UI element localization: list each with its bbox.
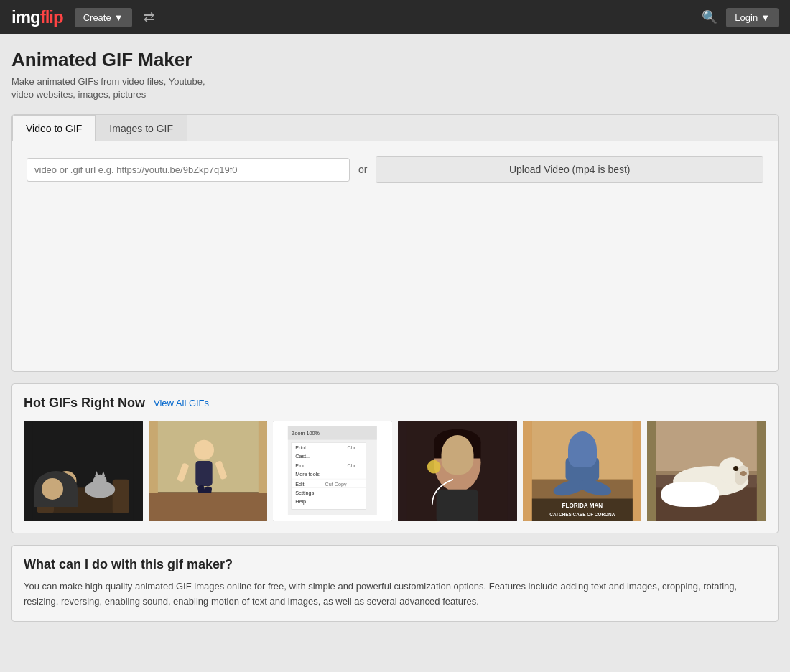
hot-gifs-title: Hot GIFs Right Now bbox=[24, 396, 145, 411]
view-all-gifs-link[interactable]: View All GIFs bbox=[154, 398, 209, 409]
url-input[interactable] bbox=[27, 158, 350, 182]
gif5-svg: FLORIDA MAN CATCHES CASE OF CORONA bbox=[523, 421, 642, 521]
gif-thumbnail-4[interactable] bbox=[398, 421, 517, 521]
gif6-svg bbox=[647, 421, 766, 521]
gifs-grid: Zoom 100% Print... Chr Cast... Find... C… bbox=[24, 421, 766, 521]
svg-text:Chr: Chr bbox=[348, 444, 356, 451]
login-label: Login bbox=[735, 12, 758, 23]
or-label: or bbox=[358, 164, 367, 175]
svg-text:Cast...: Cast... bbox=[296, 454, 311, 460]
create-dropdown-arrow: ▼ bbox=[114, 12, 124, 23]
svg-text:Zoom  100%: Zoom 100% bbox=[292, 431, 320, 437]
svg-rect-3 bbox=[113, 480, 129, 513]
svg-text:Help: Help bbox=[296, 499, 307, 505]
svg-text:Print...: Print... bbox=[296, 444, 311, 451]
svg-point-66 bbox=[740, 471, 747, 476]
page-content: Animated GIF Maker Make animated GIFs fr… bbox=[0, 34, 790, 636]
svg-rect-5 bbox=[57, 488, 77, 501]
create-label: Create bbox=[83, 12, 111, 23]
gif1-svg bbox=[24, 421, 143, 521]
search-button[interactable]: 🔍 bbox=[702, 9, 717, 25]
tabs: Video to GIF Images to GIF bbox=[12, 115, 778, 141]
svg-text:More tools: More tools bbox=[296, 472, 320, 478]
svg-text:Settings: Settings bbox=[296, 490, 315, 496]
svg-point-12 bbox=[194, 440, 214, 460]
header-left: imgflip Create ▼ ⇄ bbox=[11, 7, 154, 27]
login-button[interactable]: Login ▼ bbox=[726, 8, 779, 27]
hot-gifs-section: Hot GIFs Right Now View All GIFs bbox=[11, 383, 779, 533]
page-title: Animated GIF Maker bbox=[11, 49, 779, 71]
svg-text:Cut  Copy: Cut Copy bbox=[325, 481, 347, 487]
gif-thumbnail-1[interactable] bbox=[24, 421, 143, 521]
logo[interactable]: imgflip bbox=[11, 7, 63, 27]
tab-video-to-gif[interactable]: Video to GIF bbox=[12, 115, 96, 141]
login-dropdown-arrow: ▼ bbox=[761, 12, 770, 23]
svg-point-46 bbox=[427, 460, 441, 474]
header: imgflip Create ▼ ⇄ 🔍 Login ▼ bbox=[0, 0, 790, 34]
tab-video-to-gif-content: or Upload Video (mp4 is best) bbox=[12, 141, 778, 371]
svg-rect-13 bbox=[195, 461, 212, 486]
svg-rect-18 bbox=[220, 500, 227, 517]
svg-rect-45 bbox=[434, 442, 480, 459]
svg-point-7 bbox=[93, 475, 107, 488]
header-right: 🔍 Login ▼ bbox=[702, 8, 779, 27]
gif-visual-5: FLORIDA MAN CATCHES CASE OF CORONA bbox=[523, 421, 642, 521]
gif-visual-3: Zoom 100% Print... Chr Cast... Find... C… bbox=[273, 421, 392, 521]
page-subtitle: Make animated GIFs from video files, You… bbox=[11, 75, 779, 101]
svg-point-67 bbox=[672, 480, 692, 492]
svg-rect-55 bbox=[532, 499, 633, 522]
info-text: You can make high quality animated GIF i… bbox=[24, 579, 766, 610]
svg-rect-2 bbox=[37, 480, 54, 513]
info-title: What can I do with this gif maker? bbox=[24, 557, 766, 572]
svg-text:Chr: Chr bbox=[348, 462, 356, 469]
svg-rect-47 bbox=[437, 490, 478, 521]
svg-text:Edit: Edit bbox=[296, 481, 305, 487]
tab-images-to-gif[interactable]: Images to GIF bbox=[96, 115, 187, 141]
gif3-svg: Zoom 100% Print... Chr Cast... Find... C… bbox=[279, 426, 386, 515]
search-icon: 🔍 bbox=[702, 10, 717, 24]
create-button[interactable]: Create ▼ bbox=[75, 8, 132, 27]
svg-text:FLORIDA MAN: FLORIDA MAN bbox=[562, 503, 603, 510]
gif-thumbnail-6[interactable] bbox=[647, 421, 766, 521]
gif-thumbnail-2[interactable] bbox=[149, 421, 268, 521]
info-card: What can I do with this gif maker? You c… bbox=[11, 545, 779, 622]
upload-video-button[interactable]: Upload Video (mp4 is best) bbox=[376, 156, 763, 183]
hot-gifs-header: Hot GIFs Right Now View All GIFs bbox=[24, 396, 766, 411]
svg-point-51 bbox=[570, 434, 594, 458]
main-card: Video to GIF Images to GIF or Upload Vid… bbox=[11, 114, 779, 372]
gif-visual-1 bbox=[24, 421, 143, 521]
svg-rect-52 bbox=[565, 458, 599, 482]
svg-point-65 bbox=[734, 466, 739, 471]
svg-text:CATCHES CASE OF CORONA: CATCHES CASE OF CORONA bbox=[549, 512, 615, 517]
gif-visual-6 bbox=[647, 421, 766, 521]
shuffle-icon[interactable]: ⇄ bbox=[144, 9, 154, 25]
url-row: or Upload Video (mp4 is best) bbox=[27, 156, 763, 183]
svg-rect-11 bbox=[158, 493, 259, 522]
gif4-svg bbox=[398, 421, 517, 521]
svg-point-4 bbox=[57, 471, 77, 491]
svg-text:Find...: Find... bbox=[296, 462, 310, 469]
gif-thumbnail-5[interactable]: FLORIDA MAN CATCHES CASE OF CORONA bbox=[523, 421, 642, 521]
logo-accent: flip bbox=[40, 7, 63, 27]
gif-visual-4 bbox=[398, 421, 517, 521]
gif-visual-2 bbox=[149, 421, 268, 521]
gif-thumbnail-3[interactable]: Zoom 100% Print... Chr Cast... Find... C… bbox=[273, 421, 392, 521]
svg-point-68 bbox=[689, 482, 709, 494]
upload-hint: (mp4 is best) bbox=[572, 164, 631, 175]
gif2-svg bbox=[149, 421, 268, 521]
